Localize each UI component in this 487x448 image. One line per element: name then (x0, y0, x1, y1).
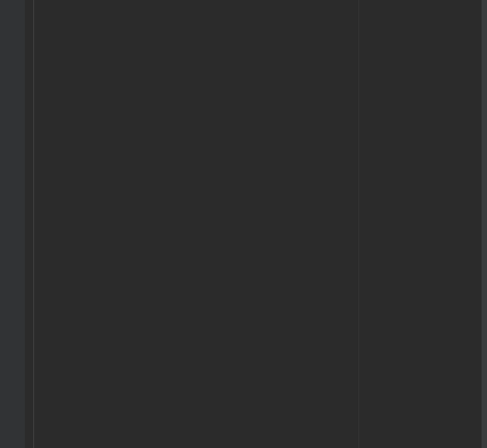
code-editor[interactable] (0, 0, 487, 448)
fold-gutter[interactable] (28, 0, 34, 448)
code-area[interactable] (34, 0, 482, 448)
line-number-gutter[interactable] (0, 0, 16, 448)
annotation-gutter (16, 0, 25, 448)
right-margin-guide (359, 0, 359, 448)
scrollbar-vertical[interactable] (482, 0, 487, 448)
